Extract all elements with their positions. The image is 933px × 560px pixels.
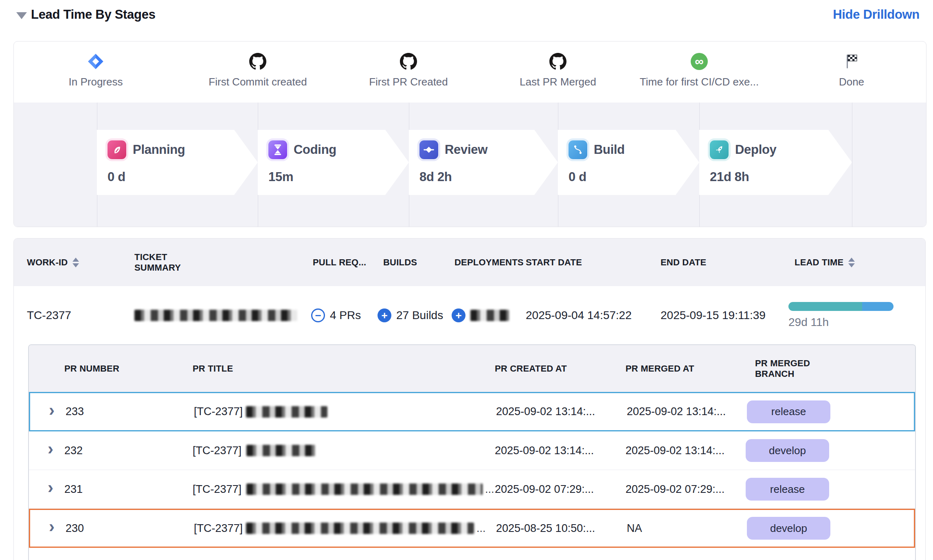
column-label: PR MERGED AT [626,363,694,374]
column-header-pr-merged-branch: PR MERGED BRANCH [755,345,828,392]
pen-icon [108,140,126,159]
builds-count: 27 Builds [396,309,443,322]
stage-build: Build 0 d [558,130,699,195]
pull-requests-cell: − 4 PRs [311,286,361,344]
column-label: PULL REQ... [313,257,366,268]
column-label: PR CREATED AT [495,363,567,374]
pr-title: [TC-2377] ... [193,470,494,508]
stage-deploy: Deploy 21d 8h [699,130,852,195]
github-icon [249,52,266,71]
work-table-header: WORK-ID TICKET SUMMARY PULL REQ... BUILD… [14,238,925,286]
column-label: WORK-ID [27,257,68,268]
column-header-end-date: END DATE [661,238,706,286]
column-header-builds: BUILDS [383,238,417,286]
lead-time-drilldown-page: Lead Time By Stages Hide Drilldown In Pr… [0,0,933,560]
milestone-in-progress: In Progress [14,52,177,88]
jira-status-icon [87,52,104,71]
pr-title-prefix: [TC-2377] [193,444,241,457]
lead-time-value: 29d 11h [788,316,893,329]
ticket-summary-redacted [134,286,297,344]
branch-badge: release [746,478,829,501]
branch-badge: develop [746,439,829,462]
sort-icon[interactable] [72,258,79,267]
hide-drilldown-link[interactable]: Hide Drilldown [833,7,920,22]
builds-cell: + 27 Builds [378,286,443,344]
milestone-cicd: ∞ Time for first CI/CD exe... [618,52,781,88]
lead-time-bar [788,302,893,311]
pr-created-at: 2025-08-25 10:50:... [496,510,595,547]
column-label: DEPLOYMENTS [454,257,524,268]
column-header-pr-merged-at: PR MERGED AT [626,345,694,392]
pr-row-233[interactable]: › 233 [TC-2377] 2025-09-02 13:14:... 202… [29,392,915,431]
stage-name: Deploy [735,142,777,157]
work-id-value: TC-2377 [27,286,71,344]
collapse-prs-icon[interactable]: − [311,308,325,322]
pr-title-prefix: [TC-2377] [194,522,243,535]
stage-name: Review [445,142,487,157]
milestone-last-pr-merged: Last PR Merged [476,52,639,88]
column-header-start-date: START DATE [526,238,582,286]
page-title: Lead Time By Stages [31,7,156,22]
branch-badge: develop [747,517,830,540]
pr-row-230[interactable]: › 230 [TC-2377] ... 2025-08-25 10:50:...… [29,509,915,548]
column-header-work-id[interactable]: WORK-ID [27,238,79,286]
pr-title: [TC-2377] ... [194,510,486,547]
column-header-pr-title: PR TITLE [193,345,233,392]
lead-time-bar-blue-segment [862,302,893,311]
column-header-ticket-summary: TICKET SUMMARY [134,238,204,286]
column-label: START DATE [526,257,582,268]
milestone-first-pr: First PR Created [327,52,490,88]
checkered-flag-icon [843,52,860,71]
stage-duration: 0 d [108,170,258,184]
stage-name: Coding [294,142,336,157]
pr-merged-at: 2025-09-02 07:29:... [626,470,724,508]
pr-title-ellipsis: ... [476,522,486,535]
stage-duration: 21d 8h [710,170,852,184]
stage-coding: Coding 15m [258,130,409,195]
cicd-icon: ∞ [691,52,708,71]
deployments-cell: + [452,286,509,344]
milestone-label: In Progress [69,76,123,88]
column-header-deployments: DEPLOYMENTS [454,238,524,286]
lead-time-bar-teal-segment [788,302,862,311]
expand-row-icon[interactable]: › [49,393,55,430]
pr-merged-at: 2025-09-02 13:14:... [626,431,724,470]
expand-row-icon[interactable]: › [48,470,53,508]
column-label: END DATE [661,257,706,268]
end-date-value: 2025-09-15 19:11:39 [661,286,766,344]
stage-duration: 0 d [569,170,699,184]
pr-number: 232 [64,431,83,470]
git-branch-icon [569,140,587,159]
stage-duration: 8d 2h [419,170,558,184]
stage-duration: 15m [268,170,409,184]
milestone-first-commit: First Commit created [176,52,339,88]
column-divider [852,103,852,227]
sort-icon[interactable] [848,258,855,267]
redacted-text [470,310,509,321]
pr-number: 233 [66,393,84,430]
github-icon [549,52,566,71]
expand-builds-icon[interactable]: + [378,308,391,322]
commit-icon [419,140,438,159]
redacted-text [134,310,297,321]
stage-review: Review 8d 2h [409,130,558,195]
column-header-pr-number: PR NUMBER [64,345,119,392]
expand-row-icon[interactable]: › [48,431,53,470]
pr-created-at: 2025-09-02 13:14:... [495,431,594,470]
column-header-lead-time[interactable]: LEAD TIME [795,238,855,286]
start-date-value: 2025-09-04 14:57:22 [526,286,632,344]
stage-flow-lane: Planning 0 d Coding 15m Revi [14,103,926,227]
pr-title: [TC-2377] [193,431,318,470]
milestone-done: Done [770,52,926,88]
redacted-text [246,483,483,495]
expand-deployments-icon[interactable]: + [452,308,465,322]
stage-name: Build [594,142,625,157]
collapse-section-icon[interactable] [16,12,27,19]
pr-row-232[interactable]: › 232 [TC-2377] 2025-09-02 13:14:... 202… [29,431,915,470]
branch-badge: release [747,400,830,423]
github-icon [400,52,417,71]
pr-row-231[interactable]: › 231 [TC-2377] ... 2025-09-02 07:29:...… [29,470,915,509]
expand-row-icon[interactable]: › [49,510,55,547]
pull-requests-count: 4 PRs [330,309,361,322]
pr-title: [TC-2377] [194,393,330,430]
